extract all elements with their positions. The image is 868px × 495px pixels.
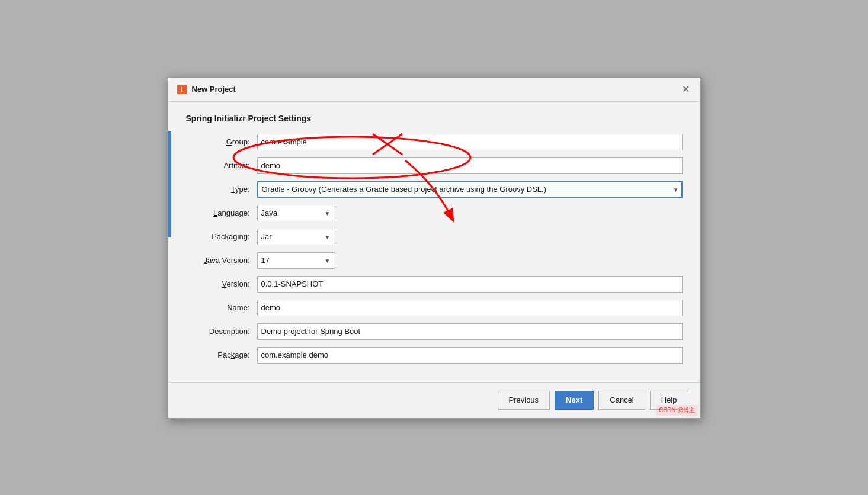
dialog-title: New Project	[192, 85, 236, 94]
language-select-wrapper: Java Kotlin Groovy ▼	[257, 205, 334, 221]
dialog-footer: Previous Next Cancel Help	[168, 382, 700, 418]
group-label: Group:	[186, 137, 257, 146]
version-label: Version:	[186, 279, 257, 288]
annotation-overlay	[168, 78, 700, 418]
name-row: Name:	[186, 300, 683, 316]
description-input[interactable]	[257, 323, 683, 340]
package-row: Package:	[186, 347, 683, 364]
java-version-select[interactable]: 8 11 17 21	[257, 252, 334, 269]
new-project-dialog: I New Project ✕ Spring Initializr Projec…	[168, 77, 701, 419]
packaging-select[interactable]: Jar War	[257, 229, 334, 245]
title-bar-left: I New Project	[177, 84, 236, 95]
language-select[interactable]: Java Kotlin Groovy	[257, 205, 334, 221]
group-row: Group:	[186, 134, 683, 150]
version-row: Version:	[186, 276, 683, 292]
name-label: Name:	[186, 303, 257, 312]
language-label: Language:	[186, 208, 257, 217]
description-row: Description:	[186, 323, 683, 340]
artifact-input[interactable]	[257, 158, 683, 174]
language-row: Language: Java Kotlin Groovy ▼	[186, 205, 683, 221]
type-row: Type: Maven Gradle - Groovy (Generates a…	[186, 181, 683, 198]
group-input[interactable]	[257, 134, 683, 150]
left-accent-bar	[168, 131, 171, 237]
svg-text:I: I	[181, 86, 182, 93]
next-button[interactable]: Next	[555, 391, 594, 410]
previous-button[interactable]: Previous	[498, 391, 550, 410]
packaging-select-wrapper: Jar War ▼	[257, 229, 334, 245]
package-input[interactable]	[257, 347, 683, 364]
java-version-label: Java Version:	[186, 256, 257, 265]
java-version-row: Java Version: 8 11 17 21 ▼	[186, 252, 683, 269]
packaging-label: Packaging:	[186, 232, 257, 241]
title-bar: I New Project ✕	[168, 78, 700, 102]
artifact-label: Artifact:	[186, 161, 257, 170]
app-icon: I	[177, 84, 187, 95]
java-version-select-wrapper: 8 11 17 21 ▼	[257, 252, 334, 269]
packaging-row: Packaging: Jar War ▼	[186, 229, 683, 245]
close-button[interactable]: ✕	[680, 83, 692, 95]
artifact-row: Artifact:	[186, 158, 683, 174]
name-input[interactable]	[257, 300, 683, 316]
section-title: Spring Initializr Project Settings	[186, 114, 683, 123]
type-select-wrapper: Maven Gradle - Groovy (Generates a Gradl…	[257, 181, 683, 198]
description-label: Description:	[186, 327, 257, 336]
version-input[interactable]	[257, 276, 683, 292]
type-label: Type:	[186, 185, 257, 194]
dialog-body: Spring Initializr Project Settings Group…	[168, 102, 700, 418]
cancel-button[interactable]: Cancel	[598, 391, 645, 410]
type-select[interactable]: Maven Gradle - Groovy (Generates a Gradl…	[257, 181, 683, 198]
package-label: Package:	[186, 351, 257, 359]
csdn-watermark: CSDN @博主	[656, 405, 697, 416]
